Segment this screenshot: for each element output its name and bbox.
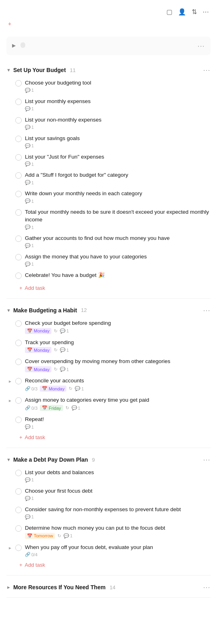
welcome-section: ▶ ⋯ [6,37,211,55]
plus-icon: + [19,562,23,568]
section-chevron-make-debt-plan[interactable]: ▼ [6,457,11,462]
task-checkbox-t10[interactable] [15,254,22,260]
section-more-make-budgeting-habit[interactable]: ⋯ [203,306,211,315]
task-comment: 💬1 [25,225,34,230]
task-name-t18: List your debts and balances [25,469,211,477]
task-item-t6: Add a "Stuff I forgot to budget for" cat… [0,169,217,188]
task-meta: 💬1 [25,88,211,93]
add-task-top-button[interactable]: + [0,19,217,33]
task-subtask: 🔗 0/3 [25,405,37,411]
section-chevron-more-resources[interactable]: ► [6,585,11,590]
comment-icon: 💬 [25,161,31,167]
task-content-t8: Total your monthly needs to be sure it d… [25,208,211,230]
task-checkbox-t19[interactable] [15,488,22,495]
task-checkbox-t13[interactable] [15,340,22,346]
sort-icon[interactable]: ⇅ [192,8,197,16]
section-chevron-make-budgeting-habit[interactable]: ▼ [6,308,11,313]
task-checkbox-t5[interactable] [15,154,22,161]
task-name-t20: Consider saving for non-monthly expenses… [25,506,211,514]
repeat-icon: ↻ [54,347,57,353]
task-checkbox-t14[interactable] [15,359,22,365]
task-name-t17: Repeat! [25,416,211,423]
task-checkbox-t8[interactable] [15,209,22,216]
task-content-t18: List your debts and balances 💬1 [25,469,211,483]
repeat-icon: ↻ [54,328,57,334]
task-checkbox-t11[interactable] [15,272,22,279]
task-checkbox-t16[interactable] [15,397,22,404]
more-icon[interactable]: ⋯ [203,8,209,16]
page-header: ▢ 👤 ⇅ ⋯ [0,0,217,19]
task-item-t2: List your monthly expenses 💬1 [0,95,217,114]
task-checkbox-t1[interactable] [15,80,22,87]
task-item-t19: Choose your first focus debt 💬1 [0,485,217,504]
task-checkbox-t9[interactable] [15,235,22,242]
section-more-make-debt-plan[interactable]: ⋯ [203,455,211,464]
person-icon[interactable]: 👤 [178,8,186,16]
comment-icon: 💬 [63,533,69,539]
section-more-resources: ► More Resources If You Need Them 14 ⋯ [0,579,217,598]
add-task-btn-make-budgeting-habit[interactable]: + Add task [0,432,217,444]
task-item-t7: Write down your monthly needs in each ca… [0,188,217,206]
task-meta: 💬1 [25,496,211,501]
task-comment: 💬1 [25,198,34,204]
task-content-t3: List your non-monthly expenses 💬1 [25,116,211,130]
task-comment: 💬1 [25,180,34,185]
plus-icon: + [19,285,23,291]
task-item-t9: Gather your accounts to find out how muc… [0,232,217,251]
chat-icon[interactable]: ▢ [166,8,172,16]
task-date: 📅 Monday [25,366,51,372]
task-checkbox-t12[interactable] [15,320,22,327]
task-meta: 📅 Monday↻💬1 [25,366,211,372]
task-checkbox-t18[interactable] [15,470,22,476]
section-more-more-resources[interactable]: ⋯ [203,583,211,592]
task-subtask: 🔗 0/3 [25,386,37,391]
task-date: 📅 Friday [40,405,63,411]
task-content-t20: Consider saving for non-monthly expenses… [25,506,211,520]
task-name-t5: List your "Just for Fun" expenses [25,153,211,161]
task-name-t9: Gather your accounts to find out how muc… [25,235,211,242]
task-checkbox-t17[interactable] [15,417,22,423]
task-expand-t22[interactable]: ► [8,546,12,550]
task-name-t12: Check your budget before spending [25,320,211,327]
task-item-t1: Choose your budgeting tool 💬1 [0,77,217,95]
task-checkbox-t7[interactable] [15,191,22,197]
welcome-more-icon[interactable]: ⋯ [197,41,205,50]
add-task-btn-make-debt-plan[interactable]: + Add task [0,559,217,572]
comment-icon: 💬 [25,180,31,185]
welcome-chevron-icon[interactable]: ▶ [12,43,16,48]
task-checkbox-t15[interactable] [15,378,22,384]
task-comment: 💬1 [60,328,69,334]
section-more-set-up-budget[interactable]: ⋯ [203,66,211,74]
task-checkbox-t21[interactable] [15,525,22,532]
task-checkbox-t20[interactable] [15,507,22,513]
task-expand-t15[interactable]: ► [8,379,12,384]
task-comment: 💬1 [25,514,34,520]
task-expand-t16[interactable]: ► [8,398,12,403]
section-divider-more-resources [6,597,211,598]
task-checkbox-t2[interactable] [15,99,22,105]
task-checkbox-t3[interactable] [15,117,22,124]
comment-icon: 💬 [25,198,31,204]
task-checkbox-t22[interactable] [15,545,22,551]
add-task-btn-set-up-budget[interactable]: + Add task [0,283,217,295]
task-item-t21: Determine how much money you can put to … [0,522,217,541]
add-task-label: Add task [25,434,45,440]
task-name-t19: Choose your first focus debt [25,487,211,495]
task-item-t4: List your savings goals 💬1 [0,132,217,151]
comment-icon: 💬 [75,386,80,391]
task-meta: 💬1 [25,514,211,520]
section-header-make-budgeting-habit: ▼ Make Budgeting a Habit 12 ⋯ [0,302,217,317]
task-meta: 💬1 [25,161,211,167]
section-count-set-up-budget: 11 [70,67,76,73]
task-meta: 🔗 0/3📅 Friday↻💬1 [25,405,211,411]
section-title-more-resources: More Resources If You Need Them [13,584,106,590]
section-count-make-budgeting-habit: 12 [81,307,87,313]
calendar-icon: 📅 [27,328,33,334]
comment-icon: 💬 [25,125,31,130]
task-checkbox-t4[interactable] [15,136,22,142]
task-comment: 💬1 [25,424,34,429]
task-comment: 💬1 [60,367,69,372]
task-checkbox-t6[interactable] [15,172,22,179]
section-header-set-up-budget: ▼ Set Up Your Budget 11 ⋯ [0,62,217,77]
section-chevron-set-up-budget[interactable]: ▼ [6,68,11,72]
